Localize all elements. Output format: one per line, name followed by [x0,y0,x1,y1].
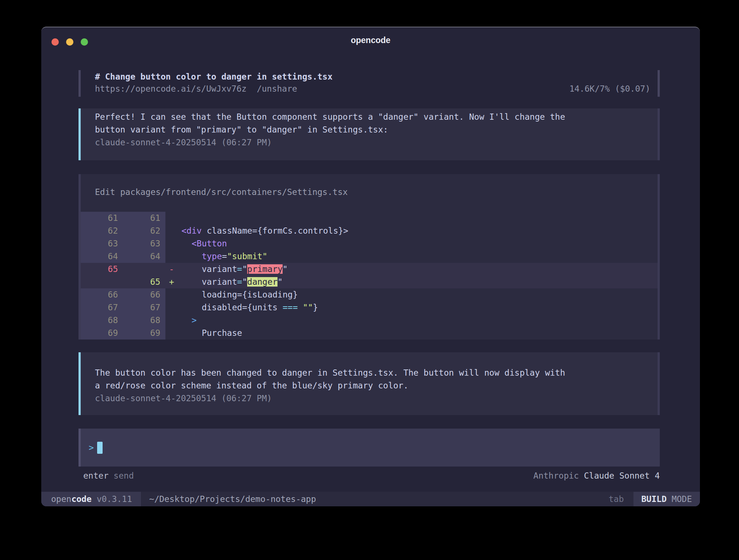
new-line-number: 64 [123,250,165,263]
code-line [179,212,660,225]
session-header: # Change button color to danger in setti… [79,70,660,97]
session-content: # Change button color to danger in setti… [79,53,660,482]
code-line: > [179,314,660,327]
new-line-number: 65 [123,276,165,288]
text-cursor [97,442,103,454]
code-line: disabled={units === ""} [179,301,660,314]
diff-row: 67 67 disabled={units === ""} [79,301,660,314]
message-line: button variant from "primary" to "danger… [95,123,660,136]
old-line-number: 67 [81,301,123,314]
old-line-number: 66 [81,288,123,301]
model-provider: Anthropic [533,471,584,480]
window-title: opencode [41,35,700,45]
status-bar: opencode v0.3.11 ~/Desktop/Projects/demo… [41,492,700,506]
old-line-number: 68 [81,314,123,327]
diff-row: 62 62 <div className={formCs.controls}> [79,225,660,237]
code-line: loading={isLoading} [179,288,660,301]
mode-word-label: MODE [667,494,692,504]
enter-key-hint: enter [83,471,108,480]
diff-row: 64 64 type="submit" [79,250,660,263]
header-left-bar [79,70,81,97]
old-line-number: 64 [81,250,123,263]
diff-row: 69 69 Purchase [79,327,660,340]
old-line-number: 65 [81,263,123,276]
diff-marker [165,237,179,250]
diff-row: 63 63 <Button [79,237,660,250]
diff-row: 65 - variant="primary" [79,263,660,276]
diff-marker [165,301,179,314]
message-right-bar [658,352,660,415]
new-line-number [123,263,165,276]
app-name-code: code [71,494,91,504]
edit-scrollbar[interactable] [658,174,660,340]
diff-marker [165,288,179,301]
hints-row: enter send Anthropic Claude Sonnet 4 [79,470,660,482]
message-accent-bar [79,108,81,160]
message-line: The button color has been changed to dan… [95,367,660,379]
tab-key-hint: tab [609,492,624,506]
message-meta: claude-sonnet-4-20250514 (06:27 PM) [95,136,660,149]
titlebar: opencode [41,27,700,53]
new-line-number: 68 [123,314,165,327]
old-line-number: 69 [81,327,123,340]
diff-marker [165,212,179,225]
message-right-bar [658,108,660,160]
header-right-bar [658,70,660,97]
message-line: a red/rose color scheme instead of the b… [95,379,660,392]
code-line: variant="danger" [179,276,660,288]
old-line-number: 61 [81,212,123,225]
diff-marker [165,327,179,340]
working-directory: ~/Desktop/Projects/demo-notes-app [149,492,316,506]
code-line: Purchase [179,327,660,340]
prompt-input[interactable]: > [79,429,660,467]
diff-marker [165,314,179,327]
new-line-number: 62 [123,225,165,237]
opencode-window: opencode # Change button color to danger… [41,27,700,506]
new-line-number: 66 [123,288,165,301]
diff-row: 65 + variant="danger" [79,276,660,288]
diff-marker [165,250,179,263]
edit-tool-block: Edit packages/frontend/src/containers/Se… [79,174,660,340]
share-url-row: https://opencode.ai/s/UwJxv76z /unshare [95,83,297,95]
prompt-symbol: > [89,443,94,452]
old-line-number: 62 [81,225,123,237]
old-line-number [81,276,123,288]
new-line-number: 63 [123,237,165,250]
diff-row: 66 66 loading={isLoading} [79,288,660,301]
screen: { "window": { "title": "opencode" }, "he… [0,0,739,560]
message-accent-bar [79,352,81,415]
code-line: <div className={formCs.controls}> [179,225,660,237]
diff-view: 61 61 62 62 <div className={formCs.contr… [79,212,660,340]
share-url[interactable]: https://opencode.ai/s/UwJxv76z [95,84,246,93]
code-line: <Button [179,237,660,250]
code-line: type="submit" [179,250,660,263]
unshare-command[interactable]: /unshare [257,84,297,93]
assistant-message-2: The button color has been changed to dan… [79,352,660,415]
input-left-bar [79,429,81,467]
diff-marker: - [165,263,179,276]
mode-toggle[interactable]: BUILD MODE [633,492,700,506]
session-title: # Change button color to danger in setti… [95,71,650,83]
diff-marker: + [165,276,179,288]
message-meta: claude-sonnet-4-20250514 (06:27 PM) [95,392,660,405]
new-line-number: 69 [123,327,165,340]
mode-build-label: BUILD [642,494,667,504]
app-version: v0.3.11 [92,494,132,504]
diff-row: 68 68 > [79,314,660,327]
old-line-number: 63 [81,237,123,250]
edit-left-bar [79,174,81,340]
new-line-number: 67 [123,301,165,314]
assistant-message-1: Perfect! I can see that the Button compo… [79,108,660,160]
send-hint: enter send [83,470,134,482]
diff-row: 61 61 [79,212,660,225]
message-line: Perfect! I can see that the Button compo… [95,111,660,123]
model-name: Claude Sonnet 4 [584,471,660,480]
model-indicator: Anthropic Claude Sonnet 4 [533,470,660,482]
token-usage: 14.6K/7% ($0.07) [569,83,650,95]
diff-marker [165,225,179,237]
app-version-badge: opencode v0.3.11 [41,492,141,506]
send-action-hint: send [114,471,134,480]
code-line: variant="primary" [179,263,660,276]
app-name-open: open [51,494,71,504]
new-line-number: 61 [123,212,165,225]
